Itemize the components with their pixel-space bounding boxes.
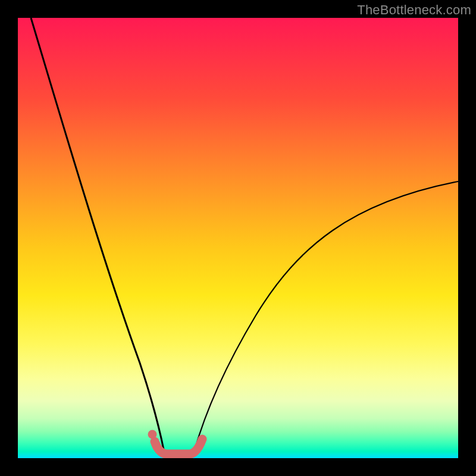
watermark-text: TheBottleneck.com — [357, 2, 471, 18]
curve-right-branch — [194, 181, 458, 452]
valley-dot-icon — [148, 430, 157, 439]
plot-area — [18, 18, 458, 458]
curve-left-branch — [31, 18, 164, 452]
chart-frame: TheBottleneck.com — [0, 0, 476, 476]
curve-layer — [18, 18, 458, 458]
